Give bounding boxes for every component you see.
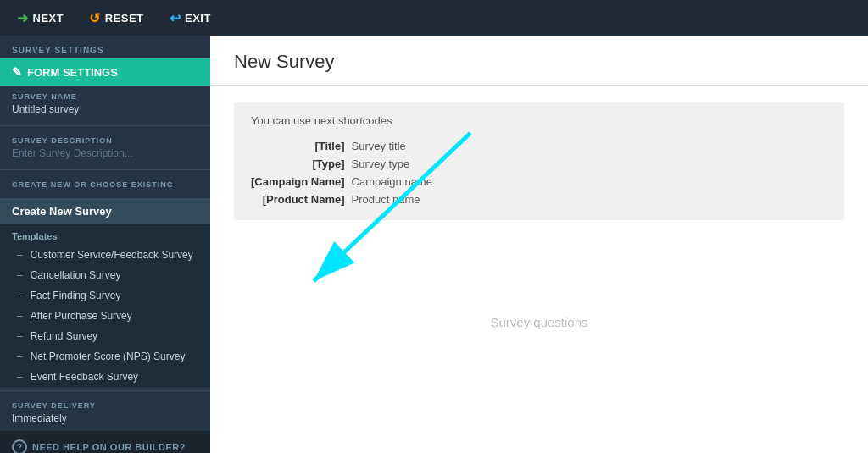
- survey-description-placeholder[interactable]: Enter Survey Description...: [12, 147, 198, 159]
- shortcode-value: Survey type: [352, 155, 441, 173]
- survey-name-value[interactable]: Untitled survey: [12, 103, 198, 115]
- content-area: New Survey You can use next shortcodes […: [210, 36, 868, 453]
- toolbar: ➜ NEXT ↺ RESET ↩ EXIT: [0, 0, 868, 36]
- create-new-group: CREATE NEW OR CHOOSE EXISTING: [0, 174, 210, 198]
- template-item-1[interactable]: Cancellation Survey: [0, 265, 210, 285]
- survey-description-group: SURVEY DESCRIPTION Enter Survey Descript…: [0, 130, 210, 166]
- shortcodes-box: You can use next shortcodes [Title] Surv…: [234, 102, 844, 220]
- exit-button[interactable]: ↩ EXIT: [161, 7, 220, 30]
- next-button[interactable]: ➜ NEXT: [8, 7, 72, 30]
- shortcodes-table: [Title] Survey title [Type] Survey type …: [251, 137, 441, 208]
- survey-name-label: SURVEY NAME: [12, 92, 198, 101]
- exit-icon: ↩: [170, 10, 181, 26]
- shortcode-row: [Type] Survey type: [251, 155, 441, 173]
- divider-2: [0, 169, 210, 170]
- divider-3: [0, 390, 210, 391]
- survey-questions-area: Survey questions: [210, 237, 868, 406]
- templates-header: Templates: [0, 224, 210, 245]
- template-item-2[interactable]: Fact Finding Survey: [0, 285, 210, 306]
- shortcode-key: [Product Name]: [251, 191, 352, 208]
- shortcode-key: [Title]: [251, 137, 352, 155]
- content-header: New Survey: [210, 36, 868, 86]
- shortcodes-title: You can use next shortcodes: [251, 114, 827, 127]
- reset-button[interactable]: ↺ RESET: [81, 7, 152, 30]
- survey-delivery-value[interactable]: Immediately: [12, 412, 198, 424]
- template-item-0[interactable]: Customer Service/Feedback Survey: [0, 245, 210, 265]
- sidebar: SURVEY SETTINGS ✎ FORM SETTINGS SURVEY N…: [0, 36, 210, 453]
- create-new-label: CREATE NEW OR CHOOSE EXISTING: [12, 180, 198, 189]
- help-bar[interactable]: ? NEED HELP ON OUR BUILDER?: [0, 431, 210, 453]
- shortcode-row: [Title] Survey title: [251, 137, 441, 155]
- create-new-selected[interactable]: Create New Survey: [0, 198, 210, 224]
- shortcode-row: [Product Name] Product name: [251, 191, 441, 208]
- survey-delivery-label: SURVEY DELIVERY: [12, 401, 198, 410]
- template-item-5[interactable]: Net Promoter Score (NPS) Survey: [0, 346, 210, 367]
- shortcode-value: Product name: [352, 191, 441, 208]
- survey-delivery-group: SURVEY DELIVERY Immediately: [0, 395, 210, 431]
- main-layout: SURVEY SETTINGS ✎ FORM SETTINGS SURVEY N…: [0, 36, 868, 453]
- shortcode-row: [Campaign Name] Campaign name: [251, 173, 441, 191]
- shortcode-value: Campaign name: [352, 173, 441, 191]
- divider-1: [0, 125, 210, 126]
- pencil-icon: ✎: [12, 65, 22, 79]
- shortcode-key: [Campaign Name]: [251, 173, 352, 191]
- survey-dropdown: Create New Survey Templates Customer Ser…: [0, 198, 210, 387]
- page-title: New Survey: [234, 51, 844, 73]
- reset-icon: ↺: [89, 10, 101, 26]
- survey-settings-label: SURVEY SETTINGS: [0, 36, 210, 58]
- form-settings-item[interactable]: ✎ FORM SETTINGS: [0, 58, 210, 86]
- help-icon: ?: [12, 439, 27, 453]
- survey-description-label: SURVEY DESCRIPTION: [12, 136, 198, 145]
- template-item-4[interactable]: Refund Survey: [0, 326, 210, 346]
- next-icon: ➜: [17, 10, 29, 26]
- survey-delivery-fields: SURVEY DELIVERY Immediately: [0, 395, 210, 431]
- shortcode-key: [Type]: [251, 155, 352, 173]
- template-item-3[interactable]: After Purchase Survey: [0, 306, 210, 326]
- template-item-6[interactable]: Event Feedback Survey: [0, 367, 210, 387]
- shortcode-value: Survey title: [352, 137, 441, 155]
- survey-name-group: SURVEY NAME Untitled survey: [0, 86, 210, 122]
